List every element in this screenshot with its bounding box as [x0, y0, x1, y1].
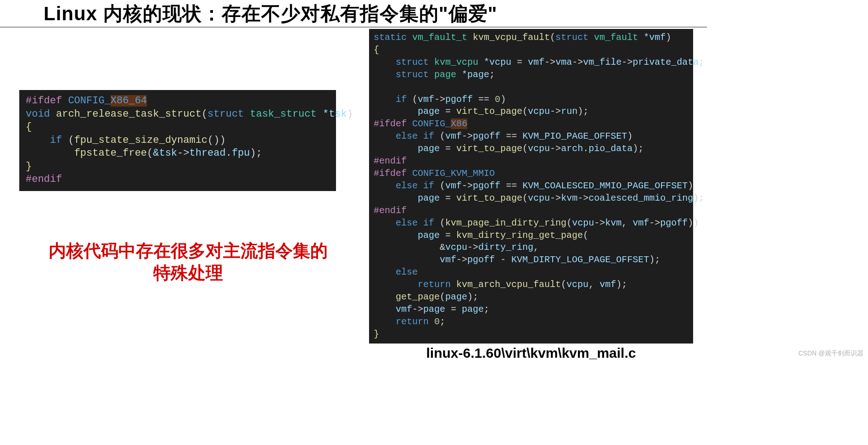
pp-ifdef2: #ifdef — [374, 118, 407, 129]
macro-x86: X86 — [451, 118, 467, 129]
id-vcpu2: vcpu — [528, 106, 550, 117]
slide: Linux 内核的现状：存在不少对私有指令集的"偏爱" #ifdef CONFI… — [0, 0, 707, 367]
kw-else4: else — [396, 267, 418, 277]
id-page: *page — [462, 69, 489, 80]
id-thread: thread — [189, 147, 225, 159]
id-page3: page — [418, 143, 440, 154]
type-task-struct: task_struct — [244, 108, 323, 120]
id-vcpu: *vcpu — [484, 57, 511, 68]
id-pgoff: pgoff — [445, 94, 473, 105]
macro-config2: CONFIG_ — [407, 118, 451, 129]
code-block-right: static vm_fault_t kvm_vcpu_fault(struct … — [369, 29, 693, 344]
fn-virt-to-page3: virt_to_page — [456, 193, 522, 203]
kw-if4: if — [423, 180, 434, 191]
id-page6: page — [445, 292, 467, 302]
const-dirty: KVM_DIRTY_LOG_PAGE_OFFSET — [511, 254, 649, 265]
callout-text: 内核代码中存在很多对主流指令集的 特殊处理 — [32, 240, 344, 284]
kw-return: return — [418, 279, 451, 290]
id-tsk: &tsk — [153, 147, 177, 159]
callout-line2: 特殊处理 — [153, 263, 223, 282]
kw-static: static — [374, 32, 407, 43]
id-vmf6: vmf — [440, 254, 456, 265]
id-pio: pio_data — [588, 143, 633, 154]
const-pio: KVM_PIO_PAGE_OFFSET — [522, 131, 627, 141]
num-zero2: 0 — [434, 316, 440, 327]
id-vcpu7: vcpu — [566, 279, 588, 290]
id-pgoff4: pgoff — [660, 218, 688, 228]
callout-line1: 内核代码中存在很多对主流指令集的 — [49, 241, 328, 260]
kw-struct3: struct — [396, 57, 429, 68]
brace-close2: } — [374, 329, 379, 339]
macro-x86-64: X86_64 — [111, 95, 147, 107]
id-vcpu4: vcpu — [528, 193, 550, 203]
fn-fpstate-free: fpstate_free — [74, 147, 147, 159]
id-vcpu5: vcpu — [572, 218, 594, 228]
id-pgoff3: pgoff — [473, 180, 500, 191]
kw-if5: if — [423, 218, 434, 228]
macro-config: CONFIG_ — [62, 95, 111, 107]
id-page7: page — [423, 304, 445, 315]
num-zero: 0 — [495, 94, 500, 105]
type-kvm-vcpu: kvm_vcpu — [429, 57, 484, 68]
fn-get-page: kvm_dirty_ring_get_page — [456, 230, 583, 241]
kw-if: if — [50, 135, 62, 146]
fn-fpu-state: fpu_state_size_dynamic — [74, 135, 207, 146]
code-block-left: #ifdef CONFIG_X86_64 void arch_release_t… — [19, 90, 336, 191]
id-page8: page — [462, 304, 484, 315]
pp-endif: #endif — [26, 174, 62, 185]
param-tsk: *tsk — [323, 108, 347, 120]
brace-open2: { — [374, 45, 379, 55]
kw-struct4: struct — [396, 69, 429, 80]
id-pgoff5: pgoff — [467, 254, 495, 265]
pp-endif2: #endif — [374, 156, 407, 166]
kw-else3: else — [396, 218, 418, 228]
slide-title: Linux 内核的现状：存在不少对私有指令集的"偏爱" — [44, 1, 498, 27]
title-divider — [0, 27, 707, 28]
type-vm-fault: vm_fault — [588, 32, 644, 43]
brace-open: { — [26, 121, 32, 133]
id-vmf5: vmf — [633, 218, 649, 228]
brace-close: } — [26, 161, 32, 172]
id-page2: page — [418, 106, 440, 117]
id-page5: page — [418, 230, 440, 241]
id-page4: page — [418, 193, 440, 203]
fn-arch-fault: kvm_arch_vcpu_fault — [456, 279, 561, 290]
id-vmf8: vmf — [396, 304, 412, 315]
id-priv: private_data — [633, 57, 699, 68]
type-vmfault: vm_fault_t — [407, 32, 473, 43]
fn-virt-to-page: virt_to_page — [456, 106, 522, 117]
fn-getpage: get_page — [396, 292, 440, 302]
id-vmf2: vmf — [418, 94, 434, 105]
fn-dirty-ring: kvm_page_in_dirty_ring — [445, 218, 566, 228]
const-mmio: KVM_COALESCED_MMIO_PAGE_OFFSET — [522, 180, 688, 191]
pp-endif3: #endif — [374, 205, 407, 216]
kw-void: void — [26, 108, 50, 120]
macro-kvm-mmio: CONFIG_KVM_MMIO — [407, 168, 495, 179]
id-vma: vma — [555, 57, 572, 68]
id-vmf: vmf — [528, 57, 544, 68]
type-page: page — [429, 69, 462, 80]
id-vmf7: vmf — [599, 279, 616, 290]
param-vmf: *vmf — [644, 32, 666, 43]
fn-kvm-vcpu-fault: kvm_vcpu_fault — [473, 32, 550, 43]
id-dirty-ring: dirty_ring — [478, 242, 533, 253]
kw-if2: if — [396, 94, 407, 105]
id-vmf4: vmf — [445, 180, 462, 191]
kw-struct2: struct — [555, 32, 588, 43]
id-kvm: kvm — [561, 193, 577, 203]
id-fpu: fpu — [232, 147, 250, 159]
fn-arch-release: arch_release_task_struct — [50, 108, 202, 120]
id-kvm2: kvm — [605, 218, 622, 228]
file-path-label: linux-6.1.60\virt\kvm\kvm_mail.c — [369, 345, 693, 361]
id-ring: coalesced_mmio_ring — [588, 193, 693, 203]
fn-virt-to-page2: virt_to_page — [456, 143, 522, 154]
watermark: CSDN @观千剑而识器 — [798, 349, 863, 358]
id-vcpu6: vcpu — [445, 242, 467, 253]
kw-struct: struct — [207, 108, 244, 120]
id-arch: arch — [561, 143, 583, 154]
kw-else2: else — [396, 180, 418, 191]
kw-else: else — [396, 131, 418, 141]
id-vcpu3: vcpu — [528, 143, 550, 154]
id-run: run — [561, 106, 577, 117]
pp-ifdef: #ifdef — [26, 95, 62, 107]
